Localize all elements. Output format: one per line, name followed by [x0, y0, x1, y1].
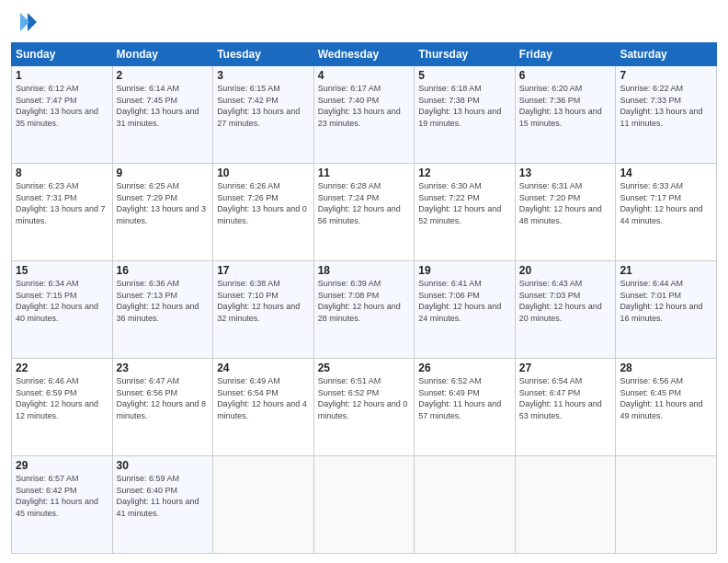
calendar-cell: 1 Sunrise: 6:12 AMSunset: 7:47 PMDayligh… — [12, 66, 113, 164]
day-of-week-header: Friday — [515, 43, 616, 66]
day-info: Sunrise: 6:49 AMSunset: 6:54 PMDaylight:… — [217, 375, 310, 421]
day-info: Sunrise: 6:20 AMSunset: 7:36 PMDaylight:… — [519, 83, 612, 129]
day-number: 8 — [16, 167, 108, 179]
day-number: 16 — [117, 264, 210, 277]
calendar-cell: 20 Sunrise: 6:43 AMSunset: 7:03 PMDaylig… — [515, 261, 616, 359]
day-info: Sunrise: 6:14 AMSunset: 7:45 PMDaylight:… — [117, 83, 210, 129]
calendar-cell — [415, 456, 516, 554]
day-number: 19 — [418, 264, 511, 277]
calendar-cell: 13 Sunrise: 6:31 AMSunset: 7:20 PMDaylig… — [515, 164, 616, 261]
day-number: 15 — [16, 264, 108, 277]
day-info: Sunrise: 6:12 AMSunset: 7:47 PMDaylight:… — [16, 83, 108, 129]
day-number: 23 — [117, 362, 210, 374]
day-info: Sunrise: 6:30 AMSunset: 7:22 PMDaylight:… — [418, 180, 511, 226]
calendar-cell: 27 Sunrise: 6:54 AMSunset: 6:47 PMDaylig… — [515, 359, 616, 456]
calendar-table: SundayMondayTuesdayWednesdayThursdayFrid… — [11, 42, 717, 554]
day-info: Sunrise: 6:51 AMSunset: 6:52 PMDaylight:… — [318, 375, 411, 421]
day-info: Sunrise: 6:52 AMSunset: 6:49 PMDaylight:… — [418, 375, 511, 421]
day-info: Sunrise: 6:56 AMSunset: 6:45 PMDaylight:… — [620, 375, 712, 421]
calendar-cell: 15 Sunrise: 6:34 AMSunset: 7:15 PMDaylig… — [12, 261, 113, 359]
day-number: 14 — [620, 167, 712, 179]
calendar-cell: 4 Sunrise: 6:17 AMSunset: 7:40 PMDayligh… — [313, 66, 415, 164]
day-number: 28 — [620, 362, 712, 374]
day-number: 10 — [217, 167, 310, 179]
day-of-week-header: Tuesday — [213, 43, 314, 66]
day-number: 17 — [217, 264, 310, 277]
day-number: 22 — [16, 362, 108, 374]
day-info: Sunrise: 6:57 AMSunset: 6:42 PMDaylight:… — [16, 473, 108, 519]
day-info: Sunrise: 6:39 AMSunset: 7:08 PMDaylight:… — [318, 278, 411, 324]
day-info: Sunrise: 6:33 AMSunset: 7:17 PMDaylight:… — [620, 180, 712, 226]
logo — [11, 9, 40, 35]
calendar-week-row: 1 Sunrise: 6:12 AMSunset: 7:47 PMDayligh… — [12, 66, 717, 164]
calendar-cell — [616, 456, 717, 554]
day-info: Sunrise: 6:26 AMSunset: 7:26 PMDaylight:… — [217, 180, 310, 226]
day-info: Sunrise: 6:23 AMSunset: 7:31 PMDaylight:… — [16, 180, 108, 226]
day-of-week-row: SundayMondayTuesdayWednesdayThursdayFrid… — [12, 43, 717, 66]
day-info: Sunrise: 6:41 AMSunset: 7:06 PMDaylight:… — [418, 278, 511, 324]
day-info: Sunrise: 6:34 AMSunset: 7:15 PMDaylight:… — [16, 278, 108, 324]
day-number: 1 — [16, 69, 108, 82]
calendar-cell: 14 Sunrise: 6:33 AMSunset: 7:17 PMDaylig… — [616, 164, 717, 261]
calendar-cell: 6 Sunrise: 6:20 AMSunset: 7:36 PMDayligh… — [515, 66, 616, 164]
day-number: 3 — [217, 69, 310, 82]
calendar-cell: 28 Sunrise: 6:56 AMSunset: 6:45 PMDaylig… — [616, 359, 717, 456]
day-number: 5 — [418, 69, 511, 82]
day-info: Sunrise: 6:25 AMSunset: 7:29 PMDaylight:… — [117, 180, 210, 226]
day-number: 7 — [620, 69, 712, 82]
calendar-week-row: 22 Sunrise: 6:46 AMSunset: 6:59 PMDaylig… — [12, 359, 717, 456]
calendar-cell: 29 Sunrise: 6:57 AMSunset: 6:42 PMDaylig… — [12, 456, 113, 554]
calendar-week-row: 8 Sunrise: 6:23 AMSunset: 7:31 PMDayligh… — [12, 164, 717, 261]
day-of-week-header: Sunday — [12, 43, 113, 66]
day-info: Sunrise: 6:54 AMSunset: 6:47 PMDaylight:… — [519, 375, 612, 421]
day-info: Sunrise: 6:44 AMSunset: 7:01 PMDaylight:… — [620, 278, 712, 324]
calendar-cell: 23 Sunrise: 6:47 AMSunset: 6:56 PMDaylig… — [112, 359, 213, 456]
calendar-cell: 16 Sunrise: 6:36 AMSunset: 7:13 PMDaylig… — [112, 261, 213, 359]
calendar-cell: 8 Sunrise: 6:23 AMSunset: 7:31 PMDayligh… — [12, 164, 113, 261]
day-number: 11 — [318, 167, 411, 179]
day-info: Sunrise: 6:43 AMSunset: 7:03 PMDaylight:… — [519, 278, 612, 324]
calendar-cell: 2 Sunrise: 6:14 AMSunset: 7:45 PMDayligh… — [112, 66, 213, 164]
day-info: Sunrise: 6:31 AMSunset: 7:20 PMDaylight:… — [519, 180, 612, 226]
day-number: 2 — [117, 69, 210, 82]
calendar-cell: 26 Sunrise: 6:52 AMSunset: 6:49 PMDaylig… — [415, 359, 516, 456]
header — [11, 9, 717, 35]
calendar-cell: 22 Sunrise: 6:46 AMSunset: 6:59 PMDaylig… — [12, 359, 113, 456]
calendar-cell — [515, 456, 616, 554]
calendar-cell: 17 Sunrise: 6:38 AMSunset: 7:10 PMDaylig… — [213, 261, 314, 359]
day-number: 21 — [620, 264, 712, 277]
calendar-cell: 5 Sunrise: 6:18 AMSunset: 7:38 PMDayligh… — [415, 66, 516, 164]
day-info: Sunrise: 6:28 AMSunset: 7:24 PMDaylight:… — [318, 180, 411, 226]
calendar-cell: 10 Sunrise: 6:26 AMSunset: 7:26 PMDaylig… — [213, 164, 314, 261]
day-number: 4 — [318, 69, 411, 82]
calendar-cell: 7 Sunrise: 6:22 AMSunset: 7:33 PMDayligh… — [616, 66, 717, 164]
calendar-week-row: 29 Sunrise: 6:57 AMSunset: 6:42 PMDaylig… — [12, 456, 717, 554]
day-info: Sunrise: 6:22 AMSunset: 7:33 PMDaylight:… — [620, 83, 712, 129]
day-info: Sunrise: 6:46 AMSunset: 6:59 PMDaylight:… — [16, 375, 108, 421]
page: SundayMondayTuesdayWednesdayThursdayFrid… — [0, 0, 728, 563]
calendar-cell — [313, 456, 415, 554]
day-number: 9 — [117, 167, 210, 179]
day-info: Sunrise: 6:59 AMSunset: 6:40 PMDaylight:… — [117, 473, 210, 519]
calendar-cell: 11 Sunrise: 6:28 AMSunset: 7:24 PMDaylig… — [313, 164, 415, 261]
day-of-week-header: Wednesday — [313, 43, 415, 66]
day-number: 26 — [418, 362, 511, 374]
day-of-week-header: Monday — [112, 43, 213, 66]
calendar-cell: 30 Sunrise: 6:59 AMSunset: 6:40 PMDaylig… — [112, 456, 213, 554]
day-number: 24 — [217, 362, 310, 374]
day-number: 13 — [519, 167, 612, 179]
calendar-cell: 25 Sunrise: 6:51 AMSunset: 6:52 PMDaylig… — [313, 359, 415, 456]
day-info: Sunrise: 6:47 AMSunset: 6:56 PMDaylight:… — [117, 375, 210, 421]
day-of-week-header: Saturday — [616, 43, 717, 66]
logo-icon — [11, 9, 37, 35]
day-number: 6 — [519, 69, 612, 82]
day-info: Sunrise: 6:17 AMSunset: 7:40 PMDaylight:… — [318, 83, 411, 129]
day-number: 30 — [117, 459, 210, 472]
day-number: 27 — [519, 362, 612, 374]
calendar-cell — [213, 456, 314, 554]
day-info: Sunrise: 6:15 AMSunset: 7:42 PMDaylight:… — [217, 83, 310, 129]
day-number: 12 — [418, 167, 511, 179]
calendar-body: 1 Sunrise: 6:12 AMSunset: 7:47 PMDayligh… — [12, 66, 717, 554]
day-number: 29 — [16, 459, 108, 472]
day-of-week-header: Thursday — [415, 43, 516, 66]
